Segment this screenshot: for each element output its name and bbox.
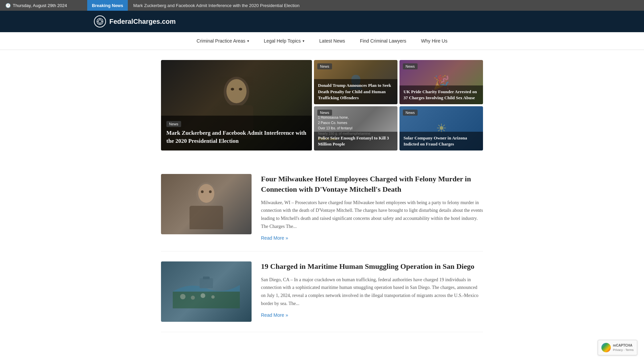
article-item-smuggling: 19 Charged in Maritime Human Smuggling O… xyxy=(161,251,483,332)
nav-label-0: Criminal Practice Areas xyxy=(197,38,246,44)
svg-point-17 xyxy=(180,294,185,299)
breaking-news-label: Breaking News xyxy=(92,3,123,8)
featured-main-article[interactable]: News Mark Zuckerberg and Facebook Admit … xyxy=(161,60,312,150)
grid-caption-trump: Donald Trump Announces Plan to Seek Deat… xyxy=(314,79,397,104)
grid-title-solar: Solar Company Owner in Arizona Indicted … xyxy=(404,135,479,147)
featured-main-badge: News xyxy=(166,121,181,127)
article-body-milwaukee: Four Milwaukee Hotel Employees Charged w… xyxy=(261,174,483,241)
nav-link-legal-help[interactable]: Legal Help Topics ▾ xyxy=(257,32,312,50)
grid-caption-fentanyl: Police Seize Enough Fentanyl to Kill 3 M… xyxy=(314,132,397,150)
nav-link-why-hire-us[interactable]: Why Hire Us xyxy=(414,32,455,50)
svg-point-15 xyxy=(209,190,212,193)
nav-item-legal-help[interactable]: Legal Help Topics ▾ xyxy=(257,32,312,50)
badge-trump: News xyxy=(317,63,332,69)
breaking-news-badge: Breaking News xyxy=(87,0,128,11)
svg-point-18 xyxy=(191,296,195,300)
svg-point-10 xyxy=(239,88,242,90)
date-text: Thursday, August 29th 2024 xyxy=(13,3,67,8)
grid-badge-pride: News xyxy=(403,63,418,71)
svg-rect-22 xyxy=(203,277,210,279)
grid-badge-trump: News xyxy=(317,63,332,71)
read-more-milwaukee[interactable]: Read More » xyxy=(261,235,288,241)
grid-caption-pride: UK Pride Charity Founder Arrested on 37 … xyxy=(399,85,483,104)
nav-link-latest-news[interactable]: Latest News xyxy=(312,32,353,50)
svg-point-14 xyxy=(201,190,204,193)
site-logo[interactable]: FederalCharges.com xyxy=(94,15,176,27)
nav-item-latest-news[interactable]: Latest News xyxy=(312,32,353,50)
badge-fentanyl: News xyxy=(317,110,332,116)
svg-point-19 xyxy=(201,293,205,298)
nav-label-2: Latest News xyxy=(319,38,345,44)
svg-point-12 xyxy=(198,184,214,203)
nav-label-3: Find Criminal Lawyers xyxy=(360,38,406,44)
grid-title-pride: UK Pride Charity Founder Arrested on 37 … xyxy=(404,89,479,101)
nav-link-criminal-practice[interactable]: Criminal Practice Areas ▾ xyxy=(189,32,257,50)
recaptcha-widget: reCAPTCHA Privacy - Terms xyxy=(598,340,637,342)
article-body-smuggling: 19 Charged in Maritime Human Smuggling O… xyxy=(261,261,483,318)
nav-dropdown-arrow-1: ▾ xyxy=(303,39,305,43)
read-more-smuggling[interactable]: Read More » xyxy=(261,312,288,318)
logo-icon xyxy=(94,15,106,27)
svg-point-20 xyxy=(211,295,215,299)
top-bar: 🕐 Thursday, August 29th 2024 Breaking Ne… xyxy=(0,0,644,11)
article-excerpt-milwaukee: Milwaukee, WI – Prosecutors have charged… xyxy=(261,199,483,231)
site-header: FederalCharges.com xyxy=(0,11,644,32)
grid-item-trump[interactable]: 👤 News Donald Trump Announces Plan to Se… xyxy=(314,60,397,104)
date-section: 🕐 Thursday, August 29th 2024 xyxy=(0,3,87,8)
nav-item-criminal-practice[interactable]: Criminal Practice Areas ▾ xyxy=(189,32,257,50)
featured-grid: News Mark Zuckerberg and Facebook Admit … xyxy=(161,60,483,150)
badge-solar: News xyxy=(403,110,418,116)
article-thumb-milwaukee xyxy=(161,174,252,234)
grid-item-uk-pride[interactable]: 🎉 News UK Pride Charity Founder Arrested… xyxy=(399,60,483,104)
grid-caption-solar: Solar Company Owner in Arizona Indicted … xyxy=(399,132,483,150)
featured-main-caption: News Mark Zuckerberg and Facebook Admit … xyxy=(161,116,312,150)
breaking-story-text: Mark Zuckerberg and Facebook Admit Inter… xyxy=(128,3,305,8)
grid-badge-solar: News xyxy=(403,110,418,118)
grid-item-fentanyl[interactable]: 1 Homosassa home, 2 Pasco Co. homes Over… xyxy=(314,106,397,150)
svg-rect-13 xyxy=(190,206,223,229)
nav-label-1: Legal Help Topics xyxy=(264,38,301,44)
nav-label-4: Why Hire Us xyxy=(421,38,447,44)
featured-main-title: Mark Zuckerberg and Facebook Admit Inter… xyxy=(166,129,307,145)
main-content: News Mark Zuckerberg and Facebook Admit … xyxy=(161,50,483,342)
nav-item-find-lawyers[interactable]: Find Criminal Lawyers xyxy=(353,32,414,50)
main-nav: Criminal Practice Areas ▾ Legal Help Top… xyxy=(0,32,644,50)
svg-point-9 xyxy=(231,88,234,90)
article-list: Four Milwaukee Hotel Employees Charged w… xyxy=(161,164,483,332)
clock-icon: 🕐 xyxy=(5,3,11,8)
article-item-milwaukee: Four Milwaukee Hotel Employees Charged w… xyxy=(161,164,483,251)
nav-dropdown-arrow-0: ▾ xyxy=(247,39,249,43)
nav-item-why-hire-us[interactable]: Why Hire Us xyxy=(414,32,455,50)
grid-badge-fentanyl: News xyxy=(317,110,332,118)
article-title-smuggling: 19 Charged in Maritime Human Smuggling O… xyxy=(261,261,483,272)
svg-point-1 xyxy=(98,20,102,23)
site-name: FederalCharges.com xyxy=(109,18,176,25)
svg-point-8 xyxy=(226,79,247,103)
article-excerpt-smuggling: San Diego, CA – In a major crackdown on … xyxy=(261,276,483,308)
badge-pride: News xyxy=(403,63,418,69)
svg-rect-21 xyxy=(200,278,213,288)
article-thumb-smuggling xyxy=(161,261,252,322)
article-title-milwaukee: Four Milwaukee Hotel Employees Charged w… xyxy=(261,174,483,195)
grid-title-fentanyl: Police Seize Enough Fentanyl to Kill 3 M… xyxy=(318,135,393,147)
grid-title-trump: Donald Trump Announces Plan to Seek Deat… xyxy=(318,82,393,101)
grid-item-solar[interactable]: ☀ News Solar Company Owner in Arizona In… xyxy=(399,106,483,150)
nav-link-find-lawyers[interactable]: Find Criminal Lawyers xyxy=(353,32,414,50)
